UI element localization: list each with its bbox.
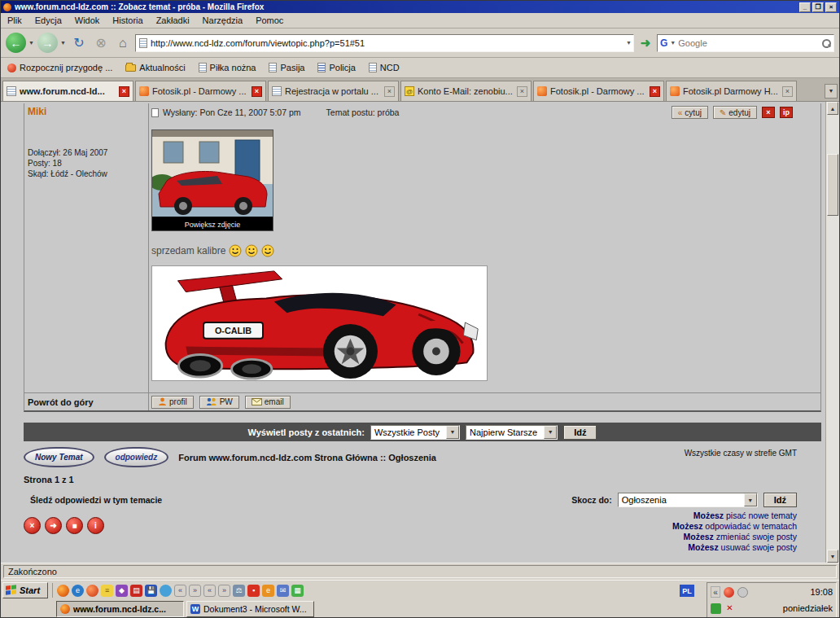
quick-launch-icon[interactable]: «: [203, 585, 216, 597]
profile-button[interactable]: profil: [151, 396, 194, 409]
quick-launch-icon[interactable]: 💾: [145, 585, 157, 597]
lock-topic-icon[interactable]: ■: [66, 517, 83, 534]
go-button[interactable]: ➜: [637, 34, 654, 52]
menu-widok[interactable]: Widok: [68, 14, 107, 27]
tray-icon[interactable]: [711, 603, 721, 614]
tab-fotosik-2[interactable]: Fotosik.pl - Darmowy ... ×: [533, 81, 664, 101]
taskbar-window-word[interactable]: W Dokument3 - Microsoft W...: [186, 601, 314, 617]
gear-icon[interactable]: [737, 587, 748, 598]
email-button[interactable]: email: [245, 396, 291, 409]
vertical-scrollbar[interactable]: ▲ ▼: [825, 102, 839, 563]
delete-topic-icon[interactable]: ×: [24, 517, 41, 534]
quick-launch-icon[interactable]: »: [189, 585, 201, 597]
tab-close-icon[interactable]: ×: [650, 86, 660, 97]
search-input[interactable]: [678, 38, 819, 48]
scroll-down-icon[interactable]: ▼: [827, 550, 838, 563]
quick-launch-icon[interactable]: »: [218, 585, 230, 597]
quick-launch-icon[interactable]: [57, 585, 69, 597]
jump-go-button[interactable]: Idź: [763, 493, 797, 507]
author-name[interactable]: Miki: [28, 106, 145, 117]
jump-select[interactable]: Ogłoszenia ▼: [618, 493, 758, 507]
url-dropdown-icon[interactable]: ▼: [626, 40, 632, 46]
scroll-up-icon[interactable]: ▲: [827, 102, 838, 115]
back-button[interactable]: ←: [6, 33, 26, 53]
menu-edycja[interactable]: Edycja: [28, 14, 68, 27]
move-topic-icon[interactable]: ➜: [45, 517, 62, 534]
close-button[interactable]: ×: [825, 2, 837, 12]
tab-rejestracja[interactable]: Rejestracja w portalu ... ×: [268, 81, 399, 101]
minimize-button[interactable]: _: [799, 2, 811, 12]
quote-button[interactable]: «cytuj: [672, 106, 708, 119]
tab-close-icon[interactable]: ×: [384, 86, 395, 97]
quick-launch-icon[interactable]: ▤: [130, 585, 142, 597]
sort-order-select[interactable]: Najpierw Starsze ▼: [466, 425, 558, 440]
info-icon[interactable]: i: [87, 517, 104, 534]
stop-button[interactable]: ⊗: [91, 33, 111, 53]
forward-button[interactable]: →: [37, 33, 58, 53]
bookmark-pasija[interactable]: Pasija: [269, 63, 304, 72]
quick-launch-icon[interactable]: ▦: [291, 585, 304, 597]
quick-launch-icon[interactable]: [86, 585, 98, 597]
bookmark-ncd[interactable]: NCD: [369, 63, 400, 72]
delete-post-button[interactable]: ×: [762, 107, 775, 118]
clock[interactable]: 19:08: [810, 587, 833, 597]
bookmark-aktualnosci[interactable]: Aktualności: [125, 63, 185, 72]
thumbnail-caption[interactable]: Powiększ zdjęcie: [152, 218, 273, 230]
back-history-dropdown[interactable]: ▼: [28, 40, 35, 46]
bookmark-pilka-nozna[interactable]: Piłka nożna: [199, 63, 256, 72]
menu-pomoc[interactable]: Pomoc: [249, 14, 290, 27]
quick-launch-icon[interactable]: e: [262, 585, 274, 597]
language-indicator[interactable]: PL: [680, 585, 694, 597]
search-icon[interactable]: [821, 38, 831, 48]
post-icon[interactable]: [151, 108, 159, 117]
tray-icon[interactable]: [724, 587, 734, 598]
filter-go-button[interactable]: Idź: [563, 425, 597, 440]
tab-forum-ncd[interactable]: www.forum.ncd-ld... ×: [2, 81, 133, 101]
menu-plik[interactable]: Plik: [1, 14, 28, 27]
back-to-top-row: Powrót do góry profil PW email: [24, 392, 820, 410]
forward-history-dropdown[interactable]: ▼: [60, 40, 67, 46]
bookmark-policja[interactable]: Policja: [317, 63, 355, 72]
new-topic-button[interactable]: Nowy Temat: [24, 447, 94, 467]
menu-zakladki[interactable]: Zakładki: [150, 14, 196, 27]
posts-filter-select[interactable]: Wszystkie Posty ▼: [370, 425, 460, 440]
tab-close-icon[interactable]: ×: [119, 86, 129, 97]
search-engine-dropdown[interactable]: ▼: [670, 40, 676, 46]
tab-fotosik-1[interactable]: Fotosik.pl - Darmowy ... ×: [135, 81, 266, 101]
reply-button[interactable]: odpowiedz: [104, 447, 169, 467]
tab-fotosik-3[interactable]: Fotosik.pl Darmowy H... ×: [666, 81, 797, 101]
menu-narzedzia[interactable]: Narzędzia: [196, 14, 250, 27]
quick-launch-icon[interactable]: ⚖: [233, 585, 245, 597]
url-input[interactable]: [151, 38, 623, 48]
private-message-button[interactable]: PW: [199, 396, 239, 409]
quick-launch-icon[interactable]: [160, 585, 172, 597]
quick-launch-icon[interactable]: ✉: [277, 585, 289, 597]
menu-historia[interactable]: Historia: [106, 14, 149, 27]
edit-button[interactable]: ✎edytuj: [713, 106, 757, 119]
reload-button[interactable]: ↻: [69, 33, 89, 53]
quick-launch-icon[interactable]: ▪: [247, 585, 260, 597]
bookmark-rozpocznij[interactable]: Rozpocznij przygodę ...: [7, 63, 112, 72]
scrollbar-thumb[interactable]: [827, 154, 838, 216]
quick-launch-icon[interactable]: «: [174, 585, 186, 597]
back-to-top-link[interactable]: Powrót do góry: [24, 397, 148, 407]
maximize-button[interactable]: ❐: [812, 2, 824, 12]
tab-close-icon[interactable]: ×: [252, 86, 262, 97]
ip-button[interactable]: ip: [780, 107, 793, 118]
tray-collapse-icon[interactable]: «: [711, 586, 720, 598]
tab-list-dropdown[interactable]: ▼: [825, 84, 838, 99]
quick-launch-icon[interactable]: ◆: [116, 585, 128, 597]
start-button[interactable]: Start: [2, 582, 48, 598]
breadcrumb[interactable]: Forum www.forum.ncd-ldz.com Strona Główn…: [178, 453, 436, 462]
private-message-icon: [206, 397, 217, 406]
tray-icon[interactable]: ✕: [724, 603, 735, 614]
tab-close-icon[interactable]: ×: [782, 86, 793, 97]
tab-konto-email[interactable]: @ Konto E-Mail: zenobiu... ×: [400, 81, 532, 101]
watch-topic-link[interactable]: Śledź odpowiedzi w tym temacie: [24, 495, 162, 505]
quick-launch-icon[interactable]: ≡: [101, 585, 113, 597]
taskbar-window-firefox[interactable]: www.forum.ncd-ldz.c...: [56, 601, 184, 617]
tab-close-icon[interactable]: ×: [517, 86, 527, 97]
home-button[interactable]: ⌂: [113, 33, 133, 53]
quick-launch-icon[interactable]: e: [72, 585, 84, 597]
photo-thumbnail[interactable]: Powiększ zdjęcie: [151, 129, 273, 231]
